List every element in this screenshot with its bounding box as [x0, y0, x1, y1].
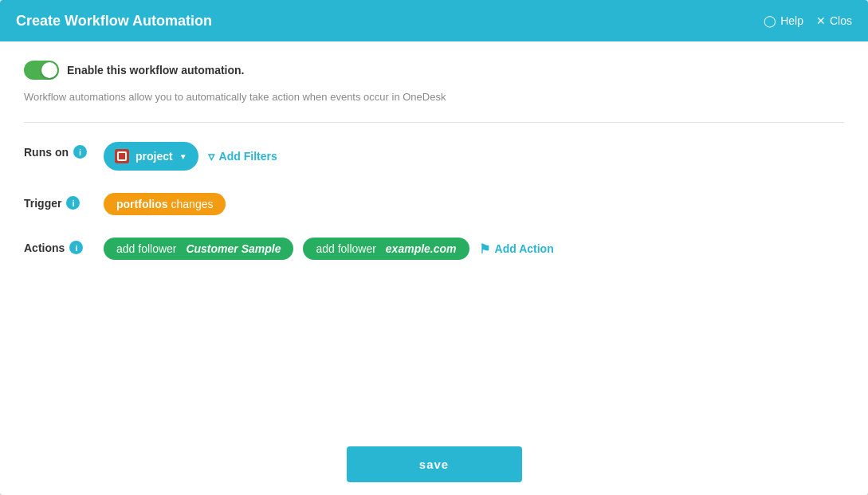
modal-title: Create Workflow Automation [16, 13, 212, 29]
trigger-label: Trigger [24, 197, 61, 210]
action2-value: example.com [386, 242, 457, 255]
trigger-content: portfolios changes [104, 193, 226, 215]
action-badge-1[interactable]: add follower Customer Sample [104, 238, 293, 260]
trigger-label-col: Trigger i [24, 193, 104, 210]
close-button[interactable]: ✕ Clos [816, 14, 852, 27]
description-text: Workflow automations allow you to automa… [24, 91, 844, 103]
runs-on-content: project ▼ ▿ Add Filters [104, 142, 277, 171]
enable-toggle[interactable] [24, 61, 59, 80]
flag-icon: ⚑ [479, 242, 490, 257]
help-button[interactable]: ◯ Help [764, 14, 803, 27]
modal-footer: save [0, 434, 868, 495]
action1-value: Customer Sample [186, 242, 281, 255]
add-filters-label: Add Filters [219, 150, 277, 163]
modal-header: Create Workflow Automation ◯ Help ✕ Clos [0, 0, 868, 41]
actions-content: add follower Customer Sample add followe… [104, 238, 554, 260]
action1-prefix: add follower [116, 242, 177, 255]
trigger-badge[interactable]: portfolios changes [104, 193, 226, 215]
enable-row: Enable this workflow automation. [24, 61, 844, 80]
action2-prefix: add follower [316, 242, 376, 255]
runs-on-label: Runs on [24, 146, 69, 159]
help-icon: ◯ [764, 14, 776, 27]
enable-label: Enable this workflow automation. [67, 64, 244, 77]
modal-body: Enable this workflow automation. Workflo… [0, 41, 868, 434]
close-icon: ✕ [816, 14, 826, 27]
add-action-label: Add Action [495, 242, 554, 255]
trigger-info-icon[interactable]: i [66, 196, 80, 210]
actions-row: Actions i add follower Customer Sample a… [24, 238, 844, 260]
trigger-portfolios-text: portfolios [116, 198, 168, 210]
runs-on-row: Runs on i project ▼ ▿ Add Filters [24, 142, 844, 171]
project-icon [115, 149, 129, 163]
runs-on-label-col: Runs on i [24, 142, 104, 159]
filter-icon: ▿ [208, 149, 214, 164]
trigger-row: Trigger i portfolios changes [24, 193, 844, 215]
chevron-down-icon: ▼ [179, 152, 187, 161]
add-action-button[interactable]: ⚑ Add Action [479, 242, 554, 257]
header-actions: ◯ Help ✕ Clos [764, 14, 852, 27]
actions-info-icon[interactable]: i [69, 241, 83, 254]
actions-label-col: Actions i [24, 238, 104, 254]
project-dropdown[interactable]: project ▼ [104, 142, 198, 171]
action-badge-2[interactable]: add follower example.com [303, 238, 469, 260]
trigger-changes-text: changes [171, 198, 214, 210]
project-icon-inner [117, 151, 127, 161]
form-rows: Runs on i project ▼ ▿ Add Filters [24, 142, 844, 260]
actions-label: Actions [24, 242, 65, 254]
save-button[interactable]: save [347, 446, 522, 482]
divider [24, 122, 844, 123]
modal-container: Create Workflow Automation ◯ Help ✕ Clos… [0, 0, 868, 495]
runs-on-info-icon[interactable]: i [73, 145, 87, 159]
project-label: project [136, 150, 173, 163]
add-filters-button[interactable]: ▿ Add Filters [208, 149, 277, 164]
